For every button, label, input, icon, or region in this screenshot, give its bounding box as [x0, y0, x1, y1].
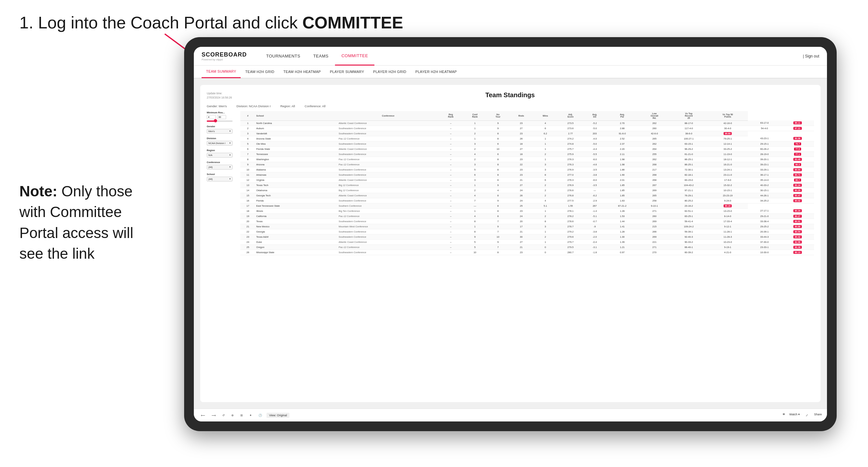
col-wins: Wins: [534, 111, 557, 121]
scoreboard-logo: SCOREBOARD Powered by clippd: [202, 51, 247, 61]
table-row[interactable]: 21New MexicoMountain West Conference–191…: [240, 224, 814, 229]
conference-filter-group: Conference (All) ▼: [207, 161, 236, 169]
sub-nav-team-h2h-heatmap[interactable]: TEAM H2H HEATMAP: [279, 65, 325, 78]
table-row[interactable]: 11ArkansasSoutheastern Conference–682382…: [240, 172, 814, 177]
table-row[interactable]: 19CaliforniaPac-12 Conference–48242278.2…: [240, 214, 814, 219]
table-row[interactable]: 6Florida StateAtlantic Coast Conference–…: [240, 146, 814, 152]
slider-thumb[interactable]: [214, 119, 217, 122]
table-row[interactable]: 15Georgia TechAtlantic Coast Conference–…: [240, 193, 814, 198]
nav-teams[interactable]: TEAMS: [307, 47, 335, 66]
toolbar-view-original[interactable]: View: Original: [267, 413, 289, 418]
card-title: Team Standings: [232, 91, 788, 99]
region-select[interactable]: N/A ▼: [207, 153, 232, 158]
table-row[interactable]: 23Texas A&MSoutheastern Conference–91030…: [240, 234, 814, 239]
sub-nav-player-h2h-heatmap[interactable]: PLAYER H2H HEATMAP: [411, 65, 461, 78]
toolbar-btn-2[interactable]: ⟶: [210, 413, 218, 418]
region-filter: Region: All: [280, 104, 295, 108]
col-low-overall: LowOverallRd.: [639, 111, 670, 121]
table-row[interactable]: 24DukeAtlantic Coast Conference–59271279…: [240, 239, 814, 245]
table-row[interactable]: 1North CarolinaAtlantic Coast Conference…: [240, 121, 814, 126]
division-select[interactable]: NCAA Division I ▼: [207, 141, 232, 146]
filters-panel: Minimum Rou... Gender: [207, 111, 236, 386]
toolbar-watch-label[interactable]: Watch ▾: [789, 413, 800, 418]
update-label: Update time:: [207, 91, 232, 96]
col-no-tour: NoTour: [487, 111, 509, 121]
gender-filter-group: Gender Men's ▼: [207, 125, 236, 134]
nav-bar: SCOREBOARD Powered by clippd TOURNAMENTS…: [194, 47, 827, 66]
table-row[interactable]: 2AuburnSoutheastern Conference–19276273.…: [240, 126, 814, 131]
gender-select[interactable]: Men's ▼: [207, 129, 232, 134]
step-header: 1. Log into the Coach Portal and click C…: [20, 13, 403, 32]
min-row: [207, 115, 236, 119]
table-row[interactable]: 18IllinoisBig Ten Conference–18231278.1-…: [240, 208, 814, 214]
col-avg-par: Avg.Par: [606, 111, 639, 121]
logo-main: SCOREBOARD: [202, 51, 247, 58]
school-filter-group: School (All) ▼: [207, 173, 236, 182]
table-row[interactable]: 26Mississippi StateSoutheastern Conferen…: [240, 250, 814, 255]
col-rank: #: [240, 111, 255, 121]
standings-table: # School Conference RegRank ConfRank NoT…: [240, 111, 814, 255]
toolbar-btn-5[interactable]: ⊞: [239, 413, 245, 418]
note-section: Note: Only those with Committee Portal a…: [20, 181, 142, 264]
tablet-screen: SCOREBOARD Powered by clippd TOURNAMENTS…: [194, 47, 827, 422]
gender-filter: Gender: Men's: [207, 104, 227, 108]
col-conf-rank: ConfRank: [463, 111, 487, 121]
step-number: 1.: [20, 13, 33, 32]
nav-committee[interactable]: COMMITTEE: [335, 47, 375, 66]
table-row[interactable]: 10AlabamaSoutheastern Conference–5823327…: [240, 167, 814, 172]
content-body: Minimum Rou... Gender: [207, 111, 814, 386]
table-row[interactable]: 17East Tennessee StateSouthern Conferenc…: [240, 203, 814, 208]
conference-select[interactable]: (All) ▼: [207, 165, 232, 169]
col-vs-top25: Vs TopRecord25: [670, 111, 708, 121]
toolbar-btn-clock[interactable]: 🕐: [256, 413, 264, 418]
slider-fill: [207, 121, 215, 122]
school-select[interactable]: (All) ▼: [207, 177, 232, 182]
table-row[interactable]: 22GeorgiaSoutheastern Conference–8721127…: [240, 229, 814, 234]
main-content: Update time: 27/03/2024 16:56:26 Team St…: [194, 79, 827, 409]
conference-filter: Conference: All: [305, 104, 325, 108]
table-row[interactable]: 16FloridaSoutheastern Conference–7924427…: [240, 198, 814, 203]
tablet-device: SCOREBOARD Powered by clippd TOURNAMENTS…: [184, 37, 837, 431]
toolbar-btn-4[interactable]: ⊕: [229, 413, 236, 418]
table-row[interactable]: 8WashingtonPac-12 Conference–28231276.3-…: [240, 157, 814, 162]
table-row[interactable]: 25OregonPac-12 Conference–57210279.5-3.1…: [240, 245, 814, 250]
table-row[interactable]: 12VirginiaAtlantic Coast Conference–3821…: [240, 177, 814, 183]
table-row[interactable]: 4Arizona StatePac-12 Conference–18261274…: [240, 136, 814, 141]
table-row[interactable]: 7TennesseeSoutheastern Conference–461822…: [240, 152, 814, 157]
table-row[interactable]: 20TexasSoutheastern Conference–87208278.…: [240, 219, 814, 224]
nav-tournaments[interactable]: TOURNAMENTS: [260, 47, 307, 66]
filter-row: Gender: Men's Division: NCAA Division I …: [207, 104, 814, 108]
sub-nav-player-h2h-grid[interactable]: PLAYER H2H GRID: [369, 65, 411, 78]
table-header-row: # School Conference RegRank ConfRank NoT…: [240, 111, 814, 121]
col-adj-score: Adj.Score: [557, 111, 584, 121]
col-rnds: Rnds: [509, 111, 534, 121]
table-row[interactable]: 14OklahomaBig 12 Conference–24242276.6—1…: [240, 188, 814, 193]
toolbar-share[interactable]: Share: [814, 413, 822, 418]
slider-track[interactable]: [207, 121, 232, 122]
table-body: 1North CarolinaAtlantic Coast Conference…: [240, 121, 814, 255]
toolbar-btn-6[interactable]: ✦: [247, 413, 254, 418]
table-row[interactable]: 3VanderbiltSoutheastern Conference–28236…: [240, 131, 814, 136]
max-input[interactable]: [217, 115, 226, 119]
update-time-block: Update time: 27/03/2024 16:56:26: [207, 91, 232, 100]
sub-nav-team-summary[interactable]: TEAM SUMMARY: [202, 65, 241, 78]
table-row[interactable]: 5Ole MissSoutheastern Conference–3618127…: [240, 141, 814, 146]
col-school: School: [255, 111, 338, 121]
min-input[interactable]: [207, 115, 216, 119]
nav-items: TOURNAMENTS TEAMS COMMITTEE: [260, 47, 803, 66]
sub-nav-team-h2h-grid[interactable]: TEAM H2H GRID: [241, 65, 279, 78]
toolbar-btn-3[interactable]: ↺: [220, 413, 227, 418]
toolbar-right: 👁 Watch ▾ ⤢ Share: [782, 413, 822, 418]
sub-nav-player-summary[interactable]: PLAYER SUMMARY: [325, 65, 369, 78]
toolbar-btn-1[interactable]: ⟵: [199, 413, 207, 418]
col-reg-rank: RegRank: [439, 111, 463, 121]
table-row[interactable]: 9ArizonaPac-12 Conference–38223276.3-4.6…: [240, 162, 814, 167]
min-rounds-filter: Minimum Rou...: [207, 111, 236, 122]
region-filter-group: Region N/A ▼: [207, 149, 236, 158]
toolbar-watch: 👁: [782, 413, 785, 418]
toolbar-resize[interactable]: ⤢: [804, 413, 810, 418]
table-row[interactable]: 13Texas TechBig 12 Conference–19272276.9…: [240, 183, 814, 188]
note-label: Note:: [20, 183, 58, 199]
col-conference: Conference: [338, 111, 439, 121]
sign-out-button[interactable]: | Sign out: [803, 54, 819, 58]
